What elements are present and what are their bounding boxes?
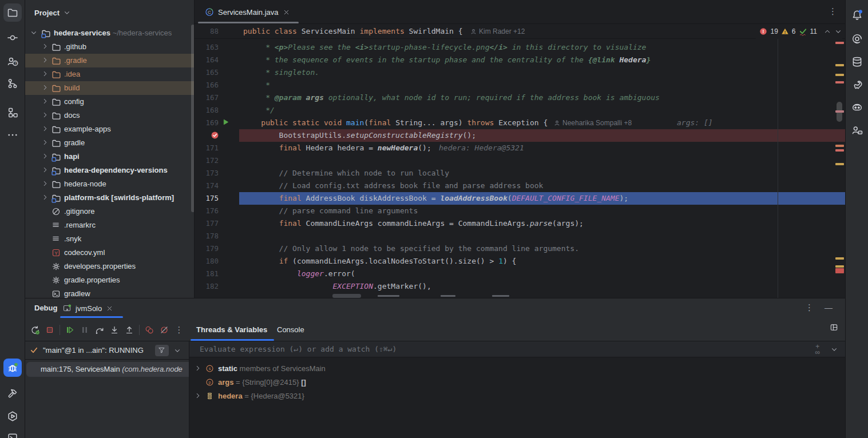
run-method-icon[interactable]: [222, 118, 229, 126]
ai-assistant-tool-button[interactable]: [848, 30, 866, 48]
tree-item-hedera-services[interactable]: hedera-services ~/hedera-services: [25, 26, 194, 40]
error-stripe-mark[interactable]: [835, 74, 844, 76]
code-line-182[interactable]: 182 EXCEPTION.getMarker(),: [195, 280, 845, 293]
passed-count-icon[interactable]: [799, 27, 807, 36]
tree-item-remarkrc[interactable]: .remarkrc: [25, 218, 194, 232]
code-line-165[interactable]: 165 * singleton.: [195, 66, 845, 79]
line-number[interactable]: 178: [195, 230, 219, 242]
error-stripe-mark[interactable]: [835, 149, 844, 152]
code-line-175[interactable]: 175 final AddressBook diskAddressBook = …: [195, 192, 845, 205]
error-stripe-mark[interactable]: [835, 64, 844, 66]
chevron-right-icon[interactable]: [41, 111, 49, 119]
tab-options-kebab-icon[interactable]: ⋮: [829, 6, 837, 17]
chevron-right-icon[interactable]: [41, 56, 49, 64]
database-tool-button[interactable]: [848, 53, 866, 71]
line-number[interactable]: 172: [195, 154, 219, 167]
line-number[interactable]: 165: [195, 66, 219, 79]
terminal-tool-button[interactable]: [3, 429, 22, 438]
line-number[interactable]: 180: [195, 255, 219, 268]
error-stripe-mark[interactable]: [835, 110, 844, 113]
line-number[interactable]: 166: [195, 79, 219, 91]
close-icon[interactable]: [283, 9, 290, 16]
code-line-180[interactable]: 180 if (commandLineArgs.localNodesToStar…: [195, 255, 845, 268]
people-question-tool-button[interactable]: ?: [3, 52, 22, 70]
commit-tool-button[interactable]: [3, 29, 22, 47]
variable-row[interactable]: sstatic members of ServicesMain: [189, 362, 845, 376]
chevron-right-icon[interactable]: [41, 83, 49, 91]
breakpoint-icon[interactable]: [211, 131, 219, 140]
author-annotation[interactable]: Neeharika Sompalli +8: [554, 117, 632, 129]
code-line-178[interactable]: 178: [195, 230, 845, 242]
code-line-169[interactable]: 169 public static void main(final String…: [195, 117, 845, 129]
code-line-164[interactable]: 164 * the sequence of events in the star…: [195, 54, 845, 66]
chevron-right-icon[interactable]: [41, 42, 49, 50]
build-hammer-tool-button[interactable]: [3, 384, 22, 403]
line-number[interactable]: 173: [195, 167, 219, 180]
pause-button[interactable]: [77, 322, 92, 337]
kebab-button[interactable]: ⋮: [172, 322, 187, 337]
code-line-170[interactable]: BootstrapUtils.setupConstructableRegistr…: [195, 129, 845, 142]
chevron-right-icon[interactable]: [41, 138, 49, 146]
tree-item-hedera-node[interactable]: hedera-node: [25, 177, 194, 191]
line-number[interactable]: 164: [195, 54, 219, 66]
step-into-button[interactable]: [107, 322, 122, 337]
stop-button[interactable]: [42, 322, 57, 337]
chevron-right-icon[interactable]: [194, 392, 202, 400]
tree-item-idea[interactable]: .idea: [25, 67, 194, 81]
code-line-88[interactable]: 88public class ServicesMain implements S…: [195, 24, 845, 39]
line-number[interactable]: 177: [195, 217, 219, 230]
line-number[interactable]: 168: [195, 104, 219, 117]
line-number[interactable]: 182: [195, 280, 219, 293]
tab-threads-variables[interactable]: Threads & Variables: [196, 318, 267, 341]
code-line-163[interactable]: 163 * <p>Please see the <i>startup-phase…: [195, 41, 845, 54]
error-stripe-mark[interactable]: [835, 265, 844, 268]
tree-item-example-apps[interactable]: example-apps: [25, 122, 194, 136]
line-number[interactable]: 169: [195, 117, 219, 129]
rerun-button[interactable]: [27, 322, 42, 337]
close-icon[interactable]: [106, 305, 113, 312]
chevron-right-icon[interactable]: [41, 125, 49, 133]
step-over-button[interactable]: [92, 322, 107, 337]
chevron-down-icon[interactable]: [30, 29, 38, 37]
variable-row[interactable]: hedera = {Hedera@5321}: [189, 389, 845, 403]
code-line[interactable]: [195, 293, 845, 298]
sticky-header-line[interactable]: 88public class ServicesMain implements S…: [195, 24, 845, 39]
tree-item-config[interactable]: config: [25, 95, 194, 109]
notifications-bell-tool-button[interactable]: [848, 6, 866, 24]
line-number[interactable]: 163: [195, 41, 219, 54]
layout-settings-icon[interactable]: [830, 323, 838, 332]
structure-tool-button[interactable]: [3, 103, 22, 122]
tree-item-platform-sdk[interactable]: platform-sdk [swirlds-platform]: [25, 191, 194, 205]
chevron-right-icon[interactable]: [41, 97, 49, 105]
code-line-176[interactable]: 176 // parse command line arguments: [195, 205, 845, 217]
error-stripe-mark[interactable]: [835, 268, 844, 273]
thread-status-row[interactable]: "main"@1 in ...ain": RUNNING: [25, 341, 189, 360]
step-out-button[interactable]: [122, 322, 137, 337]
tree-item-build[interactable]: build: [25, 81, 194, 95]
more-tools-tool-button[interactable]: [3, 126, 22, 144]
gradle-tool-button[interactable]: [848, 75, 866, 94]
tree-item-codecovyml[interactable]: Ycodecov.yml: [25, 246, 194, 260]
code-line-167[interactable]: 167 * @param args optionally, what node …: [195, 91, 845, 104]
line-number[interactable]: 167: [195, 91, 219, 104]
tree-item-github[interactable]: .github: [25, 40, 194, 54]
line-number[interactable]: 176: [195, 205, 219, 217]
tab-servicesmain[interactable]: C ServicesMain.java: [198, 0, 297, 24]
code-line-179[interactable]: 179 // Only allow 1 node to be specified…: [195, 242, 845, 255]
tree-item-hapi[interactable]: hapi: [25, 150, 194, 164]
code-line-168[interactable]: 168 */: [195, 104, 845, 117]
git-branch-tool-button[interactable]: [3, 74, 22, 93]
chevron-right-icon[interactable]: [41, 152, 49, 160]
debug-options-kebab-icon[interactable]: ⋮: [805, 302, 814, 313]
chevron-right-icon[interactable]: [194, 364, 202, 372]
tree-item-gradle[interactable]: gradle: [25, 136, 194, 150]
code-line-166[interactable]: 166 *: [195, 79, 845, 91]
tree-item-gradlew[interactable]: gradlew: [25, 287, 194, 298]
stack-frame-row[interactable]: main:175, ServicesMain (com.hedera.node: [26, 362, 189, 377]
code-line-181[interactable]: 181 logger.error(: [195, 268, 845, 280]
filter-funnel-icon[interactable]: [155, 345, 169, 356]
chevron-down-icon[interactable]: [173, 347, 181, 355]
resume-button[interactable]: [62, 322, 77, 337]
tree-item-docs[interactable]: docs: [25, 109, 194, 122]
copilot-tool-button[interactable]: [848, 98, 866, 117]
